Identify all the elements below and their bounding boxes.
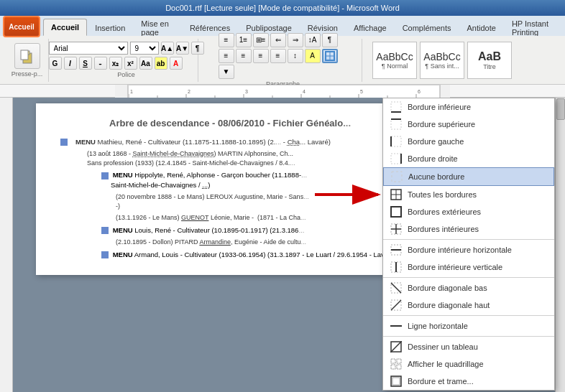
- menu-item-bordure-superieure[interactable]: Bordure supérieure: [383, 116, 554, 133]
- toolbar: Presse-p... Arial 9 A▲ A▼ ¶ G I S - x₂: [0, 36, 565, 85]
- no-border-icon: [390, 171, 404, 182]
- table-row: (13 août 1868 - Saint-Michel-de-Chavaign…: [58, 148, 403, 169]
- tab-affichage[interactable]: Affichage: [346, 19, 395, 36]
- tab-mise-en-page[interactable]: Mise en page: [133, 19, 182, 36]
- italic-btn[interactable]: I: [64, 57, 77, 70]
- red-arrow: [315, 184, 387, 210]
- vertical-scrollbar[interactable]: [555, 98, 565, 392]
- superscript-btn[interactable]: x²: [124, 57, 137, 70]
- decrease-indent-btn[interactable]: ⇐: [270, 33, 286, 47]
- tab-hp-instant[interactable]: HP Instant Printing: [504, 19, 565, 36]
- svg-text:4: 4: [303, 89, 306, 94]
- menu-item-bordure-diag-haut[interactable]: Bordure diagonale haut: [383, 297, 554, 314]
- menu-divider: [383, 239, 554, 240]
- tab-complements[interactable]: Compléments: [395, 19, 459, 36]
- style-sans-int[interactable]: AaBbCc ¶ Sans int...: [420, 42, 464, 79]
- highlight-btn[interactable]: ab: [155, 57, 167, 70]
- increase-indent-btn[interactable]: ⇒: [288, 33, 303, 47]
- svg-rect-65: [392, 378, 400, 385]
- menu-item-label: Bordure diagonale haut: [408, 301, 490, 309]
- bold-btn[interactable]: G: [49, 57, 62, 70]
- coller-button[interactable]: [14, 43, 40, 69]
- menu-item-label: Bordure gauche: [408, 137, 464, 146]
- menu-divider-4: [383, 336, 554, 337]
- shading-btn[interactable]: A: [305, 49, 321, 63]
- svg-line-54: [391, 283, 401, 293]
- menu-item-bordure-int-horiz[interactable]: Bordure intérieure horizontale: [383, 241, 554, 258]
- decrease-font-btn[interactable]: A▼: [176, 42, 189, 55]
- menu-item-label: Bordures extérieures: [408, 207, 481, 216]
- svg-text:2: 2: [188, 89, 190, 94]
- increase-font-btn[interactable]: A▲: [161, 42, 174, 55]
- menu-item-bordure-inferieure[interactable]: Bordure inférieure: [383, 98, 554, 116]
- align-right-btn[interactable]: ≡: [253, 49, 269, 63]
- font-section: Arial 9 A▲ A▼ ¶ G I S - x₂ x² Aa ab A: [55, 39, 198, 82]
- underline-btn[interactable]: S: [79, 57, 92, 70]
- menu-item-bordure-int-vert[interactable]: Bordure intérieure verticale: [383, 258, 554, 276]
- table-row: MENU Mathieu, René - Cultivateur (11.187…: [58, 136, 403, 148]
- menu-item-aucune-bordure[interactable]: Aucune bordure: [383, 167, 554, 186]
- ruler-marks: 1 2 3 4 5 6 7 8: [128, 85, 440, 98]
- tab-accueil[interactable]: Accueil: [43, 19, 87, 36]
- svg-rect-41: [392, 172, 402, 182]
- svg-line-56: [391, 300, 401, 310]
- style-normal[interactable]: AaBbCc ¶ Normal: [372, 42, 417, 79]
- left-border-icon: [389, 136, 403, 147]
- police-label: Police: [117, 71, 135, 78]
- font-name-select[interactable]: Arial: [49, 42, 128, 55]
- menu-item-dessiner-tableau[interactable]: Dessiner un tableau: [383, 338, 554, 355]
- list-number-btn[interactable]: 1≡: [236, 33, 252, 47]
- subscript-btn[interactable]: x₂: [109, 57, 122, 70]
- table-row: (2.10.1895 - Dollon) PITARD Armandine, E…: [58, 236, 403, 248]
- coller-section: Presse-p...: [6, 39, 49, 82]
- menu-item-afficher-quadrillage[interactable]: Afficher le quadrillage: [383, 355, 554, 373]
- menu-item-bordures-interieures[interactable]: Bordures intérieures: [383, 220, 554, 238]
- borders-btn[interactable]: [322, 49, 338, 63]
- menu-item-toutes-bordures[interactable]: Toutes les bordures: [383, 186, 554, 203]
- font-color-btn[interactable]: A: [170, 57, 183, 70]
- menu-divider-3: [383, 315, 554, 316]
- svg-text:6: 6: [418, 89, 421, 94]
- border-shade-icon: [389, 375, 403, 387]
- menu-item-label: Bordures intérieures: [408, 225, 479, 233]
- svg-rect-37: [391, 136, 401, 146]
- menu-item-bordure-diag-bas[interactable]: Bordure diagonale bas: [383, 279, 554, 297]
- menu-item-bordure-droite[interactable]: Bordure droite: [383, 150, 554, 167]
- borders-dropdown-btn[interactable]: ▼: [219, 65, 234, 79]
- text-case-btn[interactable]: Aa: [139, 57, 152, 70]
- font-size-select[interactable]: 9: [130, 42, 159, 55]
- style-titre[interactable]: AaB Titre: [467, 42, 512, 79]
- svg-rect-63: [397, 365, 401, 369]
- menu-item-bordure-gauche[interactable]: Bordure gauche: [383, 133, 554, 150]
- office-button[interactable]: Accueil: [3, 16, 40, 37]
- top-border-icon: [389, 118, 403, 130]
- menu-item-bordures-exterieures[interactable]: Bordures extérieures: [383, 203, 554, 220]
- office-button-label: Accueil: [9, 23, 35, 31]
- bottom-border-icon: [389, 101, 403, 113]
- sort-btn[interactable]: ↕A: [305, 33, 321, 47]
- strikethrough-btn[interactable]: -: [94, 57, 107, 70]
- svg-rect-33: [391, 102, 401, 112]
- menu-item-label: Toutes les bordures: [408, 190, 477, 199]
- styles-section: AaBbCc ¶ Normal AaBbCc ¶ Sans int... AaB…: [368, 39, 516, 82]
- show-grid-icon: [389, 358, 403, 370]
- svg-rect-45: [391, 207, 401, 217]
- clear-format-btn[interactable]: ¶: [191, 42, 204, 55]
- align-left-btn[interactable]: ≡: [219, 49, 234, 63]
- menu-item-label: Bordure diagonale bas: [408, 284, 487, 292]
- menu-divider-2: [383, 277, 554, 278]
- tab-antidote[interactable]: Antidote: [459, 19, 504, 36]
- menu-item-label: Bordure intérieure horizontale: [408, 246, 512, 254]
- show-marks-btn[interactable]: ¶: [322, 33, 338, 47]
- svg-rect-35: [391, 119, 401, 129]
- all-borders-icon: [389, 189, 403, 200]
- svg-text:3: 3: [245, 89, 248, 94]
- menu-item-ligne-horiz[interactable]: Ligne horizontale: [383, 317, 554, 335]
- list-bullet-btn[interactable]: ≡: [219, 33, 234, 47]
- align-center-btn[interactable]: ≡: [236, 49, 252, 63]
- list-multilevel-btn[interactable]: ⊞≡: [253, 33, 269, 47]
- menu-item-bordure-et-trame[interactable]: Bordure et trame...: [383, 373, 554, 390]
- line-spacing-btn[interactable]: ↕: [288, 49, 303, 63]
- align-justify-btn[interactable]: ≡: [270, 49, 286, 63]
- tab-insertion[interactable]: Insertion: [87, 19, 133, 36]
